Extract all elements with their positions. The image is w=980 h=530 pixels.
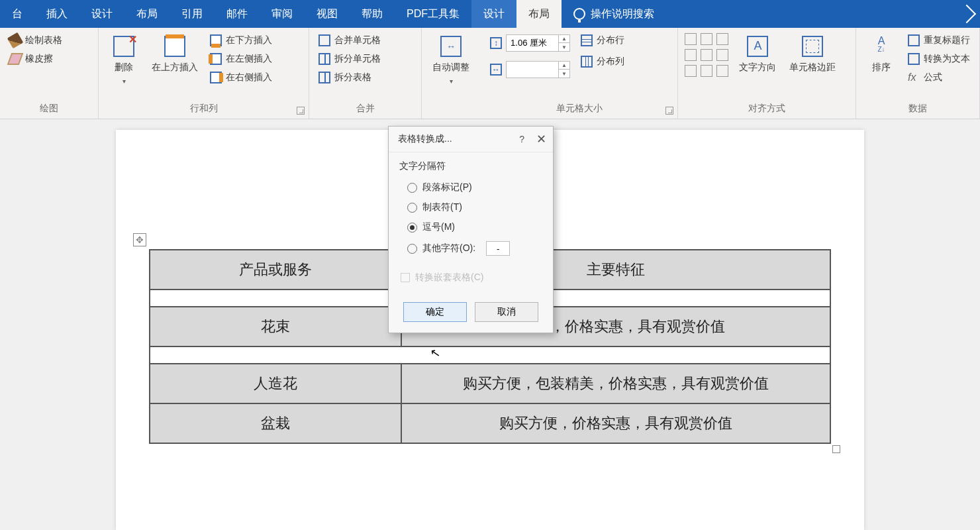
dialog-launcher-icon[interactable] [297,107,305,115]
radio-label: 制表符(T) [422,201,462,213]
tab-help[interactable]: 帮助 [350,0,395,28]
draw-table-button[interactable]: 绘制表格 [7,33,65,48]
delete-label: 删除 [115,61,133,73]
eraser-icon [7,53,24,65]
tab-design[interactable]: 设计 [79,0,124,28]
tab-mailings[interactable]: 邮件 [215,0,260,28]
align-tl-button[interactable] [685,33,697,45]
insert-right-button[interactable]: 在右侧插入 [207,70,275,85]
merge-cells-button[interactable]: 合并单元格 [316,33,383,48]
dialog-help-button[interactable]: ? [519,134,524,144]
radio-other[interactable]: 其他字符(O): [399,237,542,260]
convert-to-text-label: 转换为文本 [924,53,970,65]
delete-button[interactable]: 删除 ▾ [105,33,142,88]
other-char-input[interactable] [486,241,510,256]
insert-above-label: 在上方插入 [152,61,198,73]
repeat-header-icon [908,34,920,46]
distribute-rows-button[interactable]: 分布行 [578,33,627,48]
autofit-label: 自动调整 [432,61,469,73]
dialog-launcher-icon[interactable] [665,107,673,115]
align-mc-button[interactable] [701,49,712,61]
table-cell[interactable]: 盆栽 [150,403,401,443]
spin-down[interactable]: ▼ [559,43,569,51]
repeat-header-button[interactable]: 重复标题行 [905,33,973,48]
table-cell[interactable]: 购买方便，价格实惠，具有观赏价值 [401,403,830,443]
spin-up[interactable]: ▲ [559,62,569,70]
ribbon-tabs: 台 插入 设计 布局 引用 邮件 审阅 视图 帮助 PDF工具集 设计 布局 操… [0,0,980,28]
convert-to-text-icon [908,53,920,65]
tab-table-design[interactable]: 设计 [471,0,516,28]
split-cells-button[interactable]: 拆分单元格 [316,52,383,66]
align-bl-button[interactable] [685,65,697,77]
tab-review[interactable]: 审阅 [260,0,305,28]
insert-below-button[interactable]: 在下方插入 [207,33,275,48]
radio-tab[interactable]: 制表符(T) [399,197,542,217]
ok-button[interactable]: 确定 [403,302,467,322]
sort-button[interactable]: AZ↓ 排序 [863,33,900,76]
insert-right-icon [210,72,222,83]
distribute-rows-icon [581,34,593,46]
formula-label: 公式 [924,72,942,83]
sort-label: 排序 [872,61,891,73]
insert-below-icon [210,34,222,46]
col-width-input[interactable] [507,65,558,75]
table-cell[interactable]: 购买方便，包装精美，价格实惠，具有观赏价值 [401,364,830,403]
radio-icon [407,223,417,233]
table-cell[interactable]: 人造花 [150,364,401,403]
table-header-cell[interactable]: 产品或服务 [150,250,401,290]
tab-layout[interactable]: 布局 [124,0,170,28]
row-height-spinner[interactable]: ▲▼ [506,34,570,52]
col-width-control[interactable]: ▲▼ [487,60,573,80]
row-height-control[interactable]: ▲▼ [487,33,573,53]
cancel-button[interactable]: 取消 [475,302,538,322]
tab-table-layout[interactable]: 布局 [516,0,562,28]
dialog-titlebar[interactable]: 表格转换成... ? ✕ [389,127,553,152]
dialog-title: 表格转换成... [398,133,452,145]
chevron-down-icon: ▾ [450,77,453,85]
table-move-handle[interactable]: ✥ [133,233,146,246]
insert-above-button[interactable]: 在上方插入 [148,33,202,76]
alignment-grid [685,33,730,78]
table-resize-handle[interactable] [832,445,840,453]
share-icon[interactable] [957,5,976,23]
tab-pdf-tools[interactable]: PDF工具集 [395,0,471,28]
tell-me-search[interactable]: 操作说明搜索 [562,7,666,21]
radio-label: 其他字符(O): [422,242,475,254]
cell-margins-button[interactable]: 单元格边距 [785,33,840,76]
radio-paragraph[interactable]: 段落标记(P) [399,178,542,197]
merge-cells-icon [318,34,330,46]
tab-references[interactable]: 引用 [170,0,215,28]
align-mr-button[interactable] [716,49,728,61]
align-tr-button[interactable] [716,33,728,45]
text-direction-button[interactable]: A 文字方向 [735,33,780,76]
table-spacer-row[interactable] [150,346,830,364]
radio-comma[interactable]: 逗号(M) [399,217,542,237]
align-ml-button[interactable] [685,49,697,61]
insert-left-button[interactable]: 在左侧插入 [207,52,275,66]
split-table-button[interactable]: 拆分表格 [316,70,383,85]
tell-me-label: 操作说明搜索 [591,7,654,21]
chevron-down-icon: ▾ [122,77,126,85]
row-height-input[interactable] [507,38,558,48]
tab-insert[interactable]: 插入 [34,0,79,28]
tab-view[interactable]: 视图 [305,0,350,28]
merge-cells-label: 合并单元格 [334,34,381,46]
col-width-spinner[interactable]: ▲▼ [506,61,570,78]
align-br-button[interactable] [716,65,728,77]
table-cell[interactable]: 花束 [150,307,401,346]
autofit-button[interactable]: 自动调整 ▾ [428,33,473,88]
spin-up[interactable]: ▲ [559,35,569,43]
sort-icon: AZ↓ [871,36,892,57]
align-bc-button[interactable] [701,65,712,77]
checkbox-label: 转换嵌套表格(C) [415,272,483,284]
dialog-close-button[interactable]: ✕ [536,132,546,146]
radio-icon [407,203,417,213]
tab-partial[interactable]: 台 [0,0,34,28]
align-tc-button[interactable] [701,33,712,45]
convert-to-text-button[interactable]: 转换为文本 [905,52,973,66]
cell-margins-icon [802,36,823,57]
distribute-cols-button[interactable]: 分布列 [578,54,627,69]
spin-down[interactable]: ▼ [559,70,569,78]
eraser-button[interactable]: 橡皮擦 [7,52,65,66]
formula-button[interactable]: fx 公式 [905,70,973,85]
